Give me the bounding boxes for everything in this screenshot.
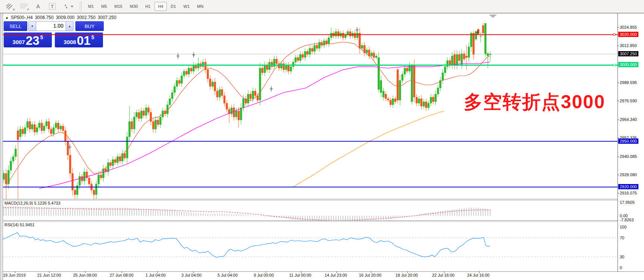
label-a-icon[interactable]: A xyxy=(34,2,43,10)
price-axis-label: 3024.855 xyxy=(620,25,637,29)
timeframe-M30[interactable]: M30 xyxy=(126,2,141,11)
rsi-line xyxy=(3,233,490,257)
timeframe-W1[interactable]: W1 xyxy=(180,2,193,11)
cross-marker xyxy=(192,52,195,57)
price-tick xyxy=(618,83,619,83)
time-axis-label: 9 Jul 00:00 xyxy=(254,273,274,277)
price-axis-label: 2976.590 xyxy=(620,99,637,103)
timeframe-M1[interactable]: M1 xyxy=(85,2,97,11)
grid-fibo-icon[interactable]: F xyxy=(19,2,28,10)
price-tick xyxy=(618,193,619,193)
timeframe-H1[interactable]: H1 xyxy=(142,2,154,11)
price-badge-2950.000: 2950.000 xyxy=(618,139,638,144)
price-tick xyxy=(618,46,619,46)
price-tick xyxy=(618,156,619,157)
rsi-chart[interactable] xyxy=(3,222,618,271)
time-axis-label: 1 Jul 04:00 xyxy=(146,273,166,277)
price-tick xyxy=(618,101,619,101)
cross-marker xyxy=(270,86,273,91)
time-axis-label: 24 Jul 16:00 xyxy=(467,273,490,277)
timeframe-M15[interactable]: M15 xyxy=(111,2,126,11)
price-axis-divider[interactable] xyxy=(618,13,618,271)
ma-slow-line xyxy=(293,111,444,187)
timeframe-group: M1M5M15M30H1H4D1W1MN xyxy=(85,2,207,11)
time-axis-label: 18 Jul 20:00 xyxy=(396,273,418,277)
time-axis-label: 14 Jul 23:00 xyxy=(325,273,347,277)
price-badge-3000.000: 3000.000 xyxy=(618,62,638,67)
svg-text:T: T xyxy=(51,4,54,9)
text-t-icon[interactable]: T xyxy=(48,2,57,10)
time-axis-label: 3 Jul 04:00 xyxy=(181,273,201,277)
price-tick xyxy=(618,175,619,175)
rsi-axis-label: 100 xyxy=(620,225,626,229)
price-axis-label: 3012.850 xyxy=(620,43,637,48)
trading-terminal: E F A T M1M5M15M30H1H4D1W1MN ▲ SP500-,H4… xyxy=(0,0,644,280)
macd-separator[interactable] xyxy=(3,199,618,199)
cross-marker xyxy=(356,27,359,32)
rsi-label: RSI(14) 51.9451 xyxy=(4,223,35,227)
price-badge-3007.250: 3007.250 xyxy=(618,51,638,56)
time-axis-separator xyxy=(3,271,644,272)
macd-chart[interactable] xyxy=(3,200,618,220)
price-axis-label: 2916.075 xyxy=(620,191,637,195)
price-badge-2920.000: 2920.000 xyxy=(618,184,638,189)
timeframe-MN[interactable]: MN xyxy=(194,2,207,11)
price-axis-label: 2940.085 xyxy=(620,154,637,159)
timeframe-H4[interactable]: H4 xyxy=(154,2,166,11)
rsi-axis-label: 70 xyxy=(620,236,624,240)
toolbar-icon-group: E F A T xyxy=(0,2,75,10)
rsi-separator[interactable] xyxy=(3,220,618,221)
time-axis-label: 16 Jul 20:00 xyxy=(359,273,381,277)
toolbar-separator[interactable] xyxy=(80,1,82,11)
timeframe-D1[interactable]: D1 xyxy=(168,2,179,11)
rsi-axis-label: 30 xyxy=(620,255,624,259)
ma-fast-line xyxy=(6,42,490,187)
time-axis-label: 5 Jul 04:00 xyxy=(218,273,238,277)
time-axis-label: 11 Jul 00:00 xyxy=(289,273,311,277)
time-axis-label: 25 Jun 08:00 xyxy=(73,273,97,277)
time-axis-label: 19 Jun 2019 xyxy=(3,273,26,277)
time-axis-label: 22 Jul 16:00 xyxy=(432,273,454,277)
macd-signal-line xyxy=(3,208,490,220)
timeframe-M5[interactable]: M5 xyxy=(98,2,110,11)
macd-axis-label: 17.9505 xyxy=(620,200,635,205)
time-axis-label: 21 Jun 12:00 xyxy=(37,273,61,277)
price-badge-3020.000: 3020.000 xyxy=(618,32,638,37)
price-axis-label: 2988.595 xyxy=(620,80,637,85)
toolbar: E F A T M1M5M15M30H1H4D1W1MN xyxy=(0,0,644,13)
arrange-objects-icon[interactable] xyxy=(62,2,75,10)
chart-window-top-border xyxy=(0,13,644,13)
window-splitter[interactable] xyxy=(0,13,3,280)
macd-axis-label: -7.8263 xyxy=(620,218,634,222)
price-axis-label: 2964.340 xyxy=(620,117,637,122)
time-axis-label: 27 Jun 08:00 xyxy=(110,273,134,277)
annotation-text: 多空转折点3000 xyxy=(464,90,605,115)
rsi-axis-label: 0 xyxy=(620,265,622,270)
price-tick xyxy=(618,119,619,120)
macd-label: MACD(12,26,9) 5.1226 5.4733 xyxy=(4,201,60,205)
pattern-equidistant-icon[interactable]: E xyxy=(5,2,14,10)
price-tick xyxy=(618,27,619,28)
price-axis-label: 2928.080 xyxy=(620,172,637,177)
